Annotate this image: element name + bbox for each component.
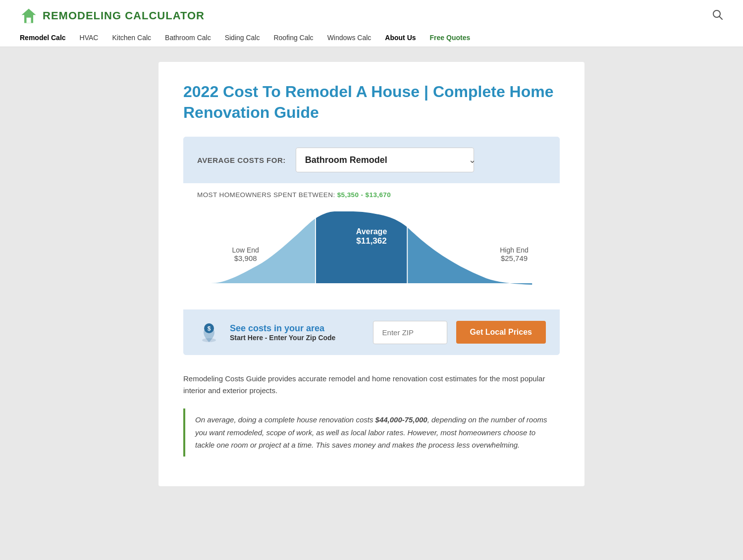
nav-siding-calc[interactable]: Siding Calc — [225, 34, 260, 42]
average-costs-label: AVERAGE COSTS FOR: — [197, 156, 286, 164]
zip-text: See costs in your area Start Here - Ente… — [230, 323, 364, 342]
page-description: Remodeling Costs Guide provides accurate… — [183, 373, 560, 397]
cost-widget: AVERAGE COSTS FOR: Bathroom Remodel Kitc… — [183, 137, 560, 355]
logo[interactable]: REMODELING CALCULATOR — [20, 7, 205, 25]
average-label: Average $11,362 — [356, 227, 387, 246]
nav-free-quotes[interactable]: Free Quotes — [430, 34, 471, 42]
blockquote: On average, doing a complete house renov… — [183, 408, 560, 457]
high-end-title: High End — [500, 246, 529, 254]
chart-area: Low End $3,908 Average $11,362 High End … — [183, 206, 560, 309]
nav-bathroom-calc[interactable]: Bathroom Calc — [165, 34, 211, 42]
average-value: $11,362 — [356, 236, 387, 246]
nav-kitchen-calc[interactable]: Kitchen Calc — [112, 34, 151, 42]
zip-title: See costs in your area — [230, 323, 364, 334]
main-nav: Remodel Calc HVAC Kitchen Calc Bathroom … — [20, 29, 723, 47]
high-end-value: $25,749 — [500, 254, 529, 262]
bell-chart: Low End $3,908 Average $11,362 High End … — [197, 211, 546, 291]
header-top: REMODELING CALCULATOR — [20, 0, 723, 29]
svg-line-3 — [719, 16, 722, 19]
location-icon: $ — [197, 320, 221, 344]
search-button[interactable] — [712, 9, 723, 23]
search-icon — [712, 9, 723, 20]
page-title: 2022 Cost To Remodel A House | Complete … — [183, 82, 560, 123]
zip-input[interactable] — [373, 321, 447, 344]
low-end-label: Low End $3,908 — [232, 246, 259, 262]
get-local-prices-button[interactable]: Get Local Prices — [456, 321, 546, 344]
zip-section: $ See costs in your area Start Here - En… — [183, 309, 560, 355]
range-label: MOST HOMEOWNERS SPENT BETWEEN: — [197, 191, 335, 199]
zip-subtitle: Start Here - Enter Your Zip Code — [230, 334, 364, 342]
select-wrapper: Bathroom Remodel Kitchen Remodel Full Ho… — [296, 148, 484, 172]
nav-about-us[interactable]: About Us — [385, 34, 416, 42]
blockquote-text: On average, doing a complete house renov… — [195, 413, 550, 452]
low-end-value: $3,908 — [232, 254, 259, 262]
nav-roofing-calc[interactable]: Roofing Calc — [273, 34, 313, 42]
range-value: $5,350 - $13,670 — [337, 191, 391, 199]
nav-windows-calc[interactable]: Windows Calc — [327, 34, 372, 42]
high-end-label: High End $25,749 — [500, 246, 529, 262]
nav-remodel-calc[interactable]: Remodel Calc — [20, 34, 66, 42]
average-title: Average — [356, 227, 387, 236]
logo-text: REMODELING CALCULATOR — [43, 9, 205, 22]
range-row: MOST HOMEOWNERS SPENT BETWEEN: $5,350 - … — [183, 183, 560, 206]
nav-hvac[interactable]: HVAC — [80, 34, 99, 42]
logo-icon — [20, 7, 38, 25]
site-header: REMODELING CALCULATOR Remodel Calc HVAC … — [0, 0, 743, 47]
category-select[interactable]: Bathroom Remodel Kitchen Remodel Full Ho… — [296, 148, 474, 172]
svg-rect-1 — [27, 18, 31, 23]
widget-header: AVERAGE COSTS FOR: Bathroom Remodel Kitc… — [183, 137, 560, 183]
low-end-title: Low End — [232, 246, 259, 254]
page-content: 2022 Cost To Remodel A House | Complete … — [159, 62, 584, 486]
